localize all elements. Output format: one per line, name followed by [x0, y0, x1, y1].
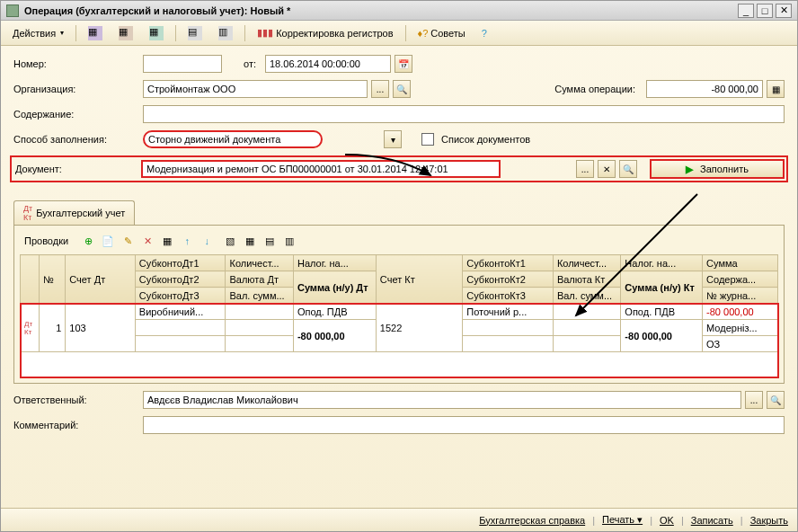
actions-menu[interactable]: Действия: [6, 25, 70, 41]
sum-label: Сумма операции:: [554, 84, 635, 94]
content-label: Содержание:: [13, 109, 139, 120]
org-input[interactable]: Строймонтаж ООО: [143, 80, 368, 98]
fillmode-dropdown[interactable]: ▾: [384, 130, 402, 148]
tb-icon-2[interactable]: ▦: [112, 23, 139, 43]
grid-btn-10[interactable]: ▤: [262, 233, 278, 249]
footer-form: Ответственный: Авдєєв Владислав Миколайо…: [1, 384, 797, 448]
doc-input[interactable]: Модернизация и ремонт ОС БП000000001 от …: [141, 160, 501, 178]
maximize-button[interactable]: □: [757, 4, 773, 18]
minimize-button[interactable]: _: [738, 4, 754, 18]
move-down-button[interactable]: ↓: [199, 233, 215, 249]
content-input[interactable]: [143, 105, 785, 123]
doc-open-button[interactable]: 🔍: [619, 160, 637, 178]
resp-select-button[interactable]: ...: [745, 391, 763, 409]
grid-btn-9[interactable]: ▦: [242, 233, 258, 249]
tb-icon-4[interactable]: ▤: [182, 23, 208, 43]
fillmode-input[interactable]: Сторно движений документа: [143, 130, 323, 148]
delete-row-button[interactable]: ✕: [139, 233, 155, 249]
move-up-button[interactable]: ↑: [179, 233, 195, 249]
doclist-checkbox[interactable]: [421, 133, 434, 146]
doc-clear-button[interactable]: ✕: [598, 160, 616, 178]
org-open-button[interactable]: 🔍: [393, 80, 411, 98]
grid-area: Проводки ⊕ 📄 ✎ ✕ ▦ ↑ ↓ ▧ ▦ ▤ ▥ № Счет: [13, 225, 785, 384]
date-picker-button[interactable]: 📅: [395, 55, 412, 73]
main-toolbar: Действия ▦ ▦ ▦ ▤ ▥ ▮▮▮ Корректировка рег…: [1, 21, 797, 46]
org-label: Организация:: [13, 84, 139, 94]
print-menu[interactable]: Печать ▾: [602, 514, 643, 526]
resp-label: Ответственный:: [13, 395, 139, 405]
tabs: ДтКт Бухгалтерский учет: [1, 200, 797, 225]
close-button[interactable]: ✕: [776, 4, 792, 18]
add-row-button[interactable]: ⊕: [80, 233, 96, 249]
sum-input[interactable]: -80 000,00: [646, 80, 763, 98]
dtkt-icon: ДтКт: [23, 204, 32, 222]
window-title: Операция (бухгалтерский и налоговый учет…: [24, 5, 735, 16]
grid-btn-5[interactable]: ▦: [159, 233, 175, 249]
org-select-button[interactable]: ...: [371, 80, 389, 98]
window: Операция (бухгалтерский и налоговый учет…: [0, 0, 798, 532]
doc-label: Документ:: [15, 164, 137, 174]
tips-button[interactable]: ♦? Советы: [412, 25, 472, 41]
resp-open-button[interactable]: 🔍: [767, 391, 785, 409]
titlebar: Операция (бухгалтерский и налоговый учет…: [1, 1, 797, 21]
edit-row-button[interactable]: ✎: [120, 233, 136, 249]
form-area: Номер: от: 18.06.2014 00:00:00 📅 Организ…: [1, 46, 797, 195]
copy-row-button[interactable]: 📄: [100, 233, 116, 249]
number-label: Номер:: [13, 58, 139, 69]
from-label: от:: [244, 58, 256, 69]
tab-accounting[interactable]: ДтКт Бухгалтерский учет: [13, 200, 135, 225]
table-row[interactable]: ДтКт 1 103 Виробничий... Опод. ПДВ 1522 …: [21, 304, 778, 320]
doc-select-button[interactable]: ...: [576, 160, 594, 178]
ok-button[interactable]: OK: [660, 515, 674, 526]
date-input[interactable]: 18.06.2014 00:00:00: [265, 55, 391, 73]
save-button[interactable]: Записать: [691, 515, 733, 526]
help-button[interactable]: ?: [475, 25, 493, 41]
bottombar: Бухгалтерская справка | Печать ▾ | OK | …: [1, 508, 797, 531]
fill-button[interactable]: ▶ Заполнить: [650, 159, 785, 179]
comment-input[interactable]: [143, 416, 785, 434]
correct-registers-button[interactable]: ▮▮▮ Корректировка регистров: [251, 24, 399, 41]
grid-btn-8[interactable]: ▧: [222, 233, 238, 249]
comment-label: Комментарий:: [13, 420, 139, 430]
fillmode-label: Способ заполнения:: [13, 134, 139, 145]
report-link[interactable]: Бухгалтерская справка: [479, 515, 585, 526]
tb-icon-1[interactable]: ▦: [82, 23, 109, 43]
resp-input[interactable]: Авдєєв Владислав Миколайович: [143, 391, 741, 409]
grid-btn-11[interactable]: ▥: [281, 233, 297, 249]
postings-grid[interactable]: № Счет Дт СубконтоДт1 Количест... Налог.…: [20, 254, 778, 377]
app-icon: [6, 4, 19, 17]
tb-icon-3[interactable]: ▦: [143, 23, 170, 43]
number-input[interactable]: [143, 55, 222, 73]
play-icon: ▶: [686, 164, 693, 175]
calc-button[interactable]: ▦: [767, 80, 785, 98]
grid-toolbar: Проводки ⊕ 📄 ✎ ✕ ▦ ↑ ↓ ▧ ▦ ▤ ▥: [20, 231, 778, 251]
close-window-button[interactable]: Закрыть: [750, 515, 788, 526]
postings-menu[interactable]: Проводки: [20, 235, 73, 247]
tb-icon-5[interactable]: ▥: [212, 23, 239, 43]
doclist-label: Список документов: [441, 134, 530, 145]
